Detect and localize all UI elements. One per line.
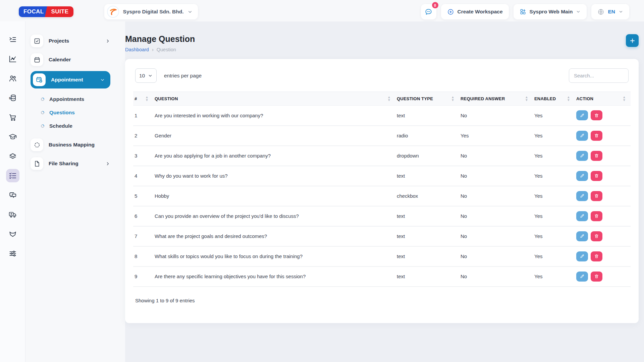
delete-button[interactable] [591,272,602,282]
edit-button[interactable] [576,191,588,201]
rail-transport-icon[interactable] [6,208,19,221]
cell-enabled: Yes [533,146,575,166]
edit-button[interactable] [576,151,588,161]
rail-preferences-icon[interactable] [6,247,19,260]
cell-question-type: radio [395,126,459,146]
cell-question: Gender [153,126,395,146]
rail-layers-icon[interactable] [6,149,19,163]
edit-button[interactable] [576,251,588,261]
workspace-selector[interactable]: Syspro Digital Sdn. Bhd. [104,4,198,19]
trash-icon [594,274,599,279]
column-header-enabled[interactable]: ENABLED▲▼ [533,92,575,106]
pencil-icon [580,234,585,239]
delete-button[interactable] [591,191,602,201]
column-header-question[interactable]: QUESTION▲▼ [153,92,395,106]
sidebar-item-file-sharing[interactable]: File Sharing [31,156,110,171]
sidebar-item-label: Calender [49,57,110,63]
delete-button[interactable] [591,211,602,221]
edit-button[interactable] [576,110,588,120]
svg-text:$: $ [9,96,11,100]
search-input[interactable] [569,68,629,83]
edit-button[interactable] [576,211,588,221]
trash-icon [594,234,599,239]
cell-question: Are you interested in working with our c… [153,106,395,126]
column-header-action[interactable]: ACTION▲▼ [575,92,631,106]
sort-icon[interactable]: ▲▼ [623,96,625,102]
sort-icon[interactable]: ▲▼ [388,96,390,102]
trash-icon [594,173,599,178]
table-header-row: #▲▼QUESTION▲▼QUESTION TYPE▲▼REQUIRED ANS… [133,92,631,106]
rail-chat-icon[interactable] [6,188,19,202]
entries-per-page-label: entries per page [164,73,202,79]
delete-button[interactable] [591,131,602,141]
trash-icon [594,193,599,198]
column-header-[interactable]: #▲▼ [133,92,153,106]
main-content: Manage Question Dashboard › Question 10 [125,21,644,362]
page-title: Manage Question [125,34,195,44]
rail-users-icon[interactable] [6,72,19,85]
rail-fox-icon[interactable] [6,227,19,241]
delete-button[interactable] [591,251,602,261]
cell-question: What are the project goals and desired o… [153,226,395,246]
question-table-card: 10 entries per page #▲▼QUESTION▲▼QUESTIO… [125,59,639,323]
rail-cart-icon[interactable] [6,111,19,124]
pencil-icon [580,193,585,198]
delete-button[interactable] [591,151,602,161]
rail-finance-icon[interactable]: $ [6,91,19,105]
cell-question-type: text [395,206,459,226]
checkbox-icon [31,35,43,47]
language-selector-button[interactable]: EN [591,4,629,19]
cell-number: 7 [133,226,153,246]
sidebar-item-calender[interactable]: Calender [31,52,110,67]
breadcrumb-dashboard-link[interactable]: Dashboard [125,47,149,52]
sort-icon[interactable]: ▲▼ [568,96,570,102]
delete-button[interactable] [591,231,602,241]
sidebar-item-appointment[interactable]: Appointment [31,71,110,88]
trash-icon [594,153,599,158]
edit-button[interactable] [576,171,588,181]
app-selector-button[interactable]: Syspro Web Main [514,4,587,19]
table-row: 7 What are the project goals and desired… [133,226,631,246]
edit-button[interactable] [576,231,588,241]
plus-icon [629,38,636,44]
rail-education-icon[interactable] [6,130,19,143]
rail-checklist-icon[interactable] [6,169,19,182]
language-label: EN [608,9,615,15]
edit-button[interactable] [576,131,588,141]
breadcrumb-current: Question [157,47,176,52]
rail-tasks-icon[interactable] [6,33,19,46]
chat-icon [424,8,433,16]
workspace-logo-icon [107,6,119,18]
sort-icon[interactable]: ▲▼ [146,96,148,102]
sidebar-item-projects[interactable]: Projects [31,34,110,48]
add-question-button[interactable] [626,34,639,47]
table-row: 6 Can you provide an overview of the pro… [133,206,631,226]
cell-required-answer: No [459,106,533,126]
chevron-down-icon [100,77,105,82]
edit-button[interactable] [576,272,588,282]
sidebar-subitem-appointments[interactable]: Appointments [31,93,110,106]
sidebar-subitem-schedule[interactable]: Schedule [31,119,110,133]
sidebar-item-business-mapping[interactable]: Business Mapping [31,137,110,152]
chat-badge: 0 [432,2,438,8]
subitem-label: Schedule [49,123,72,129]
cell-action [575,186,631,206]
cell-question: Can you provide an overview of the proje… [153,206,395,226]
column-header-question-type[interactable]: QUESTION TYPE▲▼ [395,92,459,106]
chevron-down-icon [576,9,581,14]
chat-button[interactable]: 0 [421,4,436,19]
entries-per-page-select[interactable]: 10 [135,68,157,83]
rail-analytics-icon[interactable] [6,52,19,66]
column-header-required-answer[interactable]: REQUIRED ANSWER▲▼ [459,92,533,106]
create-workspace-button[interactable]: Create Workspace [441,4,509,19]
delete-button[interactable] [591,171,602,181]
subitem-label: Appointments [49,96,84,102]
cell-question-type: dropdown [395,146,459,166]
file-icon [31,157,43,170]
sidebar-subitem-questions[interactable]: Questions [31,106,110,119]
sort-icon[interactable]: ▲▼ [526,96,528,102]
sort-icon[interactable]: ▲▼ [452,96,454,102]
cell-action [575,106,631,126]
delete-button[interactable] [591,110,602,120]
table-row: 5 Hobby checkbox No Yes [133,186,631,206]
